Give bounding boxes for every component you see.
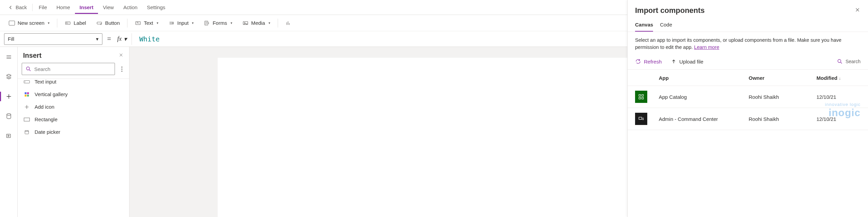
svg-rect-20 — [642, 94, 644, 96]
flyout-search[interactable]: Search — [837, 58, 861, 65]
menu-file[interactable]: File — [34, 1, 52, 14]
menu-insert[interactable]: Insert — [75, 1, 98, 14]
flyout-description: Select an app to import its components, … — [628, 32, 868, 52]
chevron-down-icon: ▾ — [231, 21, 232, 25]
table-row[interactable]: App Catalog Roohi Shaikh 12/10/21 — [628, 86, 868, 108]
component-label: Rectangle — [35, 116, 58, 122]
rail-hamburger[interactable] — [2, 50, 16, 64]
separator — [127, 19, 127, 28]
component-add-icon[interactable]: Add icon — [18, 101, 129, 113]
ribbon-chart[interactable] — [281, 18, 296, 28]
ribbon-new-screen[interactable]: New screen ▾ — [4, 18, 54, 28]
component-date-picker[interactable]: Date picker — [18, 126, 129, 138]
table-row[interactable]: Admin - Command Center Roohi Shaikh 12/1… — [628, 108, 868, 130]
calendar-icon — [24, 130, 30, 134]
text-icon — [135, 20, 141, 26]
ribbon-button[interactable]: Button — [92, 18, 124, 28]
svg-point-10 — [26, 67, 29, 70]
chevron-down-icon: ▾ — [124, 35, 127, 43]
insert-panel: Insert Text input Vertical gallery — [18, 47, 130, 217]
svg-rect-14 — [25, 94, 26, 96]
search-icon — [25, 66, 32, 72]
component-label: Date picker — [35, 129, 60, 135]
new-screen-label: New screen — [18, 20, 44, 26]
property-selector[interactable]: Fill ▾ — [4, 33, 102, 45]
learn-more-link[interactable]: Learn more — [694, 44, 719, 50]
ribbon-input[interactable]: Input ▾ — [164, 18, 198, 28]
chevron-down-icon: ▾ — [96, 36, 99, 42]
col-app[interactable]: App — [659, 75, 749, 81]
svg-rect-15 — [27, 94, 29, 96]
hamburger-icon — [5, 54, 12, 60]
tab-code[interactable]: Code — [660, 19, 672, 32]
col-modified[interactable]: Modified↓ — [816, 75, 861, 81]
flyout-close[interactable] — [854, 7, 861, 15]
ribbon-input-label: Input — [177, 20, 189, 26]
svg-rect-16 — [24, 118, 29, 121]
text-input-icon — [24, 79, 30, 84]
col-modified-label: Modified — [816, 75, 837, 81]
svg-rect-22 — [642, 97, 644, 99]
component-vertical-gallery[interactable]: Vertical gallery — [18, 88, 129, 101]
ribbon-forms[interactable]: Forms ▾ — [199, 18, 237, 28]
separator — [32, 4, 33, 11]
component-label: Text input — [35, 79, 56, 85]
svg-rect-12 — [25, 92, 26, 94]
insert-search-input[interactable] — [34, 66, 111, 72]
ribbon-button-text: Button — [105, 20, 120, 26]
table-header: App Owner Modified↓ — [628, 70, 868, 86]
app-owner: Roohi Shaikh — [749, 116, 816, 122]
rail-data[interactable] — [2, 109, 16, 123]
rail-media[interactable] — [2, 129, 16, 143]
component-rectangle[interactable]: Rectangle — [18, 113, 129, 126]
ribbon-media[interactable]: Media ▾ — [238, 18, 275, 28]
col-owner[interactable]: Owner — [749, 75, 816, 81]
forms-icon — [204, 20, 210, 26]
upload-file-button[interactable]: Upload file — [671, 58, 704, 65]
rail-insert[interactable] — [2, 90, 16, 103]
arrow-left-icon — [7, 4, 14, 11]
menu-view[interactable]: View — [98, 1, 118, 14]
svg-point-8 — [7, 114, 11, 115]
ribbon-forms-label: Forms — [213, 20, 227, 26]
search-label: Search — [846, 59, 861, 64]
flyout-tabs: Canvas Code — [628, 17, 868, 32]
refresh-label: Refresh — [644, 59, 662, 65]
refresh-button[interactable]: Refresh — [635, 58, 662, 65]
gallery-icon — [24, 92, 30, 97]
svg-point-4 — [173, 22, 174, 23]
flyout-actions: Refresh Upload file Search — [628, 52, 868, 70]
back-button[interactable]: Back — [3, 4, 31, 11]
ribbon-media-label: Media — [251, 20, 265, 26]
menu-home[interactable]: Home — [52, 1, 75, 14]
insert-panel-close[interactable] — [118, 52, 124, 59]
plus-icon — [5, 93, 13, 100]
refresh-icon — [635, 58, 641, 65]
fx-label: fx — [117, 35, 122, 42]
svg-rect-23 — [639, 117, 642, 120]
svg-rect-13 — [27, 92, 29, 94]
menu-settings[interactable]: Settings — [142, 1, 170, 14]
chevron-down-icon: ▾ — [157, 21, 158, 25]
media-rail-icon — [5, 132, 12, 139]
menu-action[interactable]: Action — [119, 1, 142, 14]
media-icon — [242, 20, 249, 26]
chevron-down-icon: ▾ — [192, 21, 194, 25]
ribbon-label[interactable]: Label — [60, 18, 91, 28]
component-text-input[interactable]: Text input — [18, 79, 129, 88]
app-name: Admin - Command Center — [659, 116, 749, 122]
ribbon-text[interactable]: Text ▾ — [130, 18, 163, 28]
rail-layers[interactable] — [2, 70, 16, 84]
left-rail — [0, 47, 18, 217]
search-icon — [837, 58, 843, 65]
app-owner: Roohi Shaikh — [749, 94, 816, 100]
tab-canvas[interactable]: Canvas — [635, 19, 653, 32]
close-icon — [118, 52, 124, 58]
flyout-desc-text: Select an app to import its components, … — [635, 37, 842, 50]
insert-more-menu[interactable] — [118, 67, 125, 72]
insert-search-box[interactable] — [22, 63, 115, 75]
ribbon-label-text: Label — [74, 20, 86, 26]
close-icon — [854, 7, 861, 13]
apps-table: App Owner Modified↓ App Catalog Roohi Sh… — [628, 70, 868, 130]
fx-button[interactable]: fx ▾ — [116, 33, 132, 45]
